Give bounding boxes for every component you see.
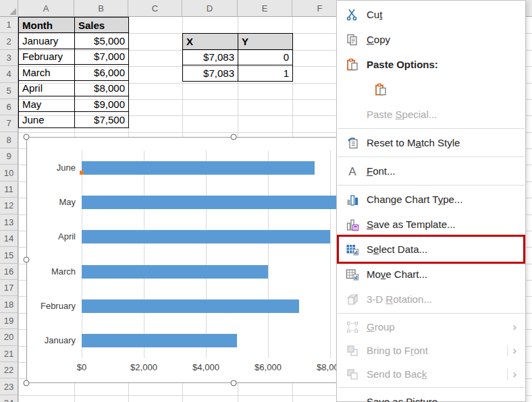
chart-category-label[interactable]: February: [28, 301, 76, 311]
month-sales-table-cell[interactable]: $5,000: [75, 33, 129, 49]
chart-resize-handle[interactable]: [24, 134, 30, 140]
chart-category-label[interactable]: January: [28, 335, 76, 345]
menu-item-3d-rotation: 3-D Rotation...: [337, 287, 525, 312]
split-divider: [507, 369, 508, 380]
row-header-21[interactable]: 21: [0, 346, 18, 362]
chart-bar-april[interactable]: [82, 230, 330, 243]
menu-item-cut[interactable]: Cut: [337, 2, 525, 27]
month-sales-table-cell[interactable]: January: [19, 33, 75, 49]
row-header-24[interactable]: 24: [0, 395, 18, 402]
chart-resize-handle[interactable]: [24, 380, 30, 386]
menu-item-paste-keep-formatting[interactable]: [337, 77, 525, 102]
select-all-corner[interactable]: [0, 0, 18, 17]
month-sales-table-cell[interactable]: $6,000: [75, 65, 129, 80]
column-header-C[interactable]: C: [128, 0, 182, 17]
month-sales-table-cell[interactable]: March: [19, 65, 75, 80]
row-header-14[interactable]: 14: [0, 231, 18, 247]
menu-item-font[interactable]: AFont...: [337, 159, 525, 183]
row-header-17[interactable]: 17: [0, 280, 18, 296]
svg-text:A: A: [348, 165, 356, 178]
menu-item-select-data[interactable]: Select Data...: [337, 237, 525, 262]
column-header-B[interactable]: B: [74, 0, 128, 17]
move-chart-icon: [345, 267, 360, 282]
no-icon: [345, 107, 360, 122]
row-header-20[interactable]: 20: [0, 329, 18, 345]
menu-item-save-as-picture[interactable]: Save as Picture...: [337, 389, 525, 402]
reset-icon: [345, 136, 360, 150]
chart-category-label[interactable]: May: [28, 197, 76, 207]
row-header-22[interactable]: 22: [0, 362, 18, 378]
row-header-11[interactable]: 11: [0, 181, 18, 198]
month-sales-table-cell[interactable]: $7,000: [75, 49, 129, 64]
column-header-E[interactable]: E: [238, 0, 292, 17]
chart-axis-tick-label[interactable]: $0: [61, 362, 102, 372]
row-header-19[interactable]: 19: [0, 313, 18, 329]
month-sales-table-cell[interactable]: February: [19, 49, 75, 64]
row-header-18[interactable]: 18: [0, 296, 18, 312]
xy-table-cell[interactable]: 1: [238, 65, 293, 81]
menu-item-reset-style[interactable]: Reset to Match Style: [337, 130, 525, 155]
row-header-1[interactable]: 1: [0, 17, 18, 33]
xy-table-header-y[interactable]: Y: [238, 34, 293, 49]
month-sales-table-cell[interactable]: June: [19, 112, 75, 127]
chart-resize-handle[interactable]: [231, 134, 237, 140]
chart-bar-march[interactable]: [82, 265, 268, 279]
month-sales-table-cell[interactable]: April: [19, 80, 75, 96]
chart-category-label[interactable]: March: [28, 266, 76, 277]
menu-separator: [338, 128, 525, 129]
row-header-7[interactable]: 7: [0, 115, 18, 132]
row-header-10[interactable]: 10: [0, 165, 18, 181]
month-sales-table-cell[interactable]: $8,000: [75, 80, 129, 96]
column-header-D[interactable]: D: [182, 0, 238, 17]
row-header-5[interactable]: 5: [0, 83, 18, 99]
menu-item-save-template[interactable]: Save as Template...: [337, 212, 525, 237]
chart-scatter-marker[interactable]: [80, 171, 84, 175]
month-sales-table-cell[interactable]: $7,500: [75, 112, 129, 127]
menu-item-label: Copy: [367, 34, 390, 45]
row-header-3[interactable]: 3: [0, 50, 18, 66]
chart-bar-january[interactable]: [82, 334, 237, 347]
row-header-8[interactable]: 8: [0, 132, 18, 148]
row-header-15[interactable]: 15: [0, 247, 18, 263]
row-header-4[interactable]: 4: [0, 66, 18, 82]
chart-bar-february[interactable]: [82, 299, 299, 313]
month-sales-table-cell[interactable]: May: [19, 96, 75, 111]
month-sales-table-cell[interactable]: $9,000: [75, 96, 129, 111]
xy-table-cell[interactable]: $7,083: [183, 49, 238, 65]
group-icon: [345, 320, 360, 335]
xy-table-header-x[interactable]: X: [183, 34, 238, 49]
chart-bar-may[interactable]: [82, 196, 361, 209]
chart-category-label[interactable]: April: [28, 231, 76, 241]
row-header-13[interactable]: 13: [0, 214, 18, 231]
row-header-9[interactable]: 9: [0, 148, 18, 165]
column-header-A[interactable]: A: [18, 0, 74, 17]
chart-axis-tick-label[interactable]: $4,000: [186, 362, 226, 372]
xy-table: XY$7,0830$7,0831: [182, 33, 293, 81]
xy-table-cell[interactable]: $7,083: [183, 65, 238, 81]
month-sales-table-header-sales[interactable]: Sales: [75, 18, 129, 33]
row-header-6[interactable]: 6: [0, 99, 18, 115]
row-header-16[interactable]: 16: [0, 264, 18, 280]
xy-table-cell[interactable]: 0: [238, 49, 293, 65]
cube-icon: [345, 292, 360, 307]
menu-item-change-chart-type[interactable]: Change Chart Type...: [337, 187, 525, 212]
chart-axis-tick-label[interactable]: $6,000: [248, 362, 288, 372]
menu-separator: [338, 185, 525, 185]
menu-item-label: Paste Options:: [367, 59, 438, 70]
chart-category-label[interactable]: June: [28, 163, 76, 173]
chart-gridline: [82, 150, 82, 358]
month-sales-table-header-month[interactable]: Month: [19, 18, 75, 33]
menu-item-paste-options[interactable]: Paste Options:: [337, 52, 525, 77]
chart-resize-handle[interactable]: [24, 257, 30, 263]
chart-bar-june[interactable]: [82, 161, 315, 175]
chart-context-menu: CutCopyPaste Options:Paste Special...Res…: [336, 0, 526, 402]
submenu-indicator: ›: [507, 367, 517, 381]
row-header-2[interactable]: 2: [0, 33, 18, 49]
menu-item-move-chart[interactable]: Move Chart...: [337, 262, 525, 287]
paste-option-button[interactable]: [372, 81, 390, 98]
row-header-23[interactable]: 23: [0, 378, 18, 395]
menu-item-copy[interactable]: Copy: [337, 27, 525, 52]
row-header-12[interactable]: 12: [0, 198, 18, 214]
chart-axis-tick-label[interactable]: $2,000: [124, 362, 164, 372]
chart-resize-handle[interactable]: [231, 380, 237, 386]
